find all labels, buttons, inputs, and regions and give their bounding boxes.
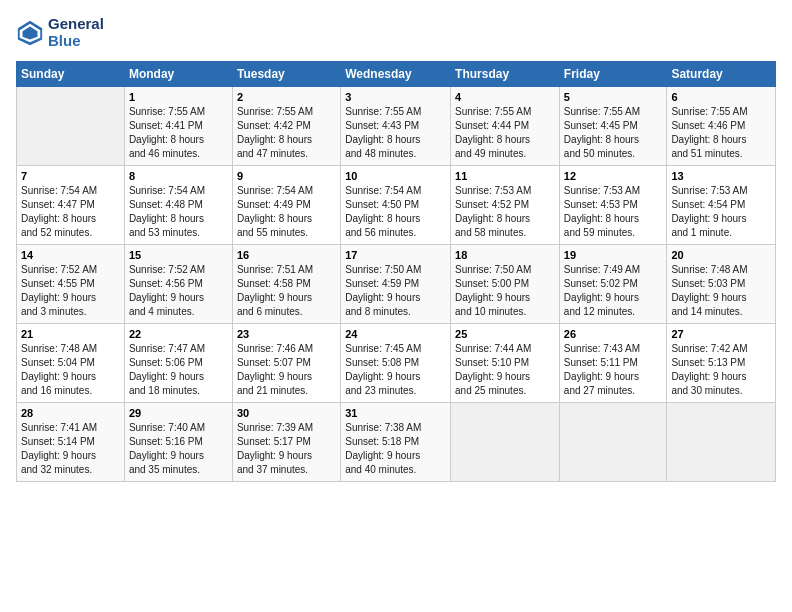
day-number: 18: [455, 249, 555, 261]
logo-text: General Blue: [48, 16, 104, 49]
day-info: Sunrise: 7:41 AMSunset: 5:14 PMDaylight:…: [21, 421, 120, 477]
day-number: 6: [671, 91, 771, 103]
day-info: Sunrise: 7:40 AMSunset: 5:16 PMDaylight:…: [129, 421, 228, 477]
day-info: Sunrise: 7:38 AMSunset: 5:18 PMDaylight:…: [345, 421, 446, 477]
day-info: Sunrise: 7:51 AMSunset: 4:58 PMDaylight:…: [237, 263, 336, 319]
day-info: Sunrise: 7:47 AMSunset: 5:06 PMDaylight:…: [129, 342, 228, 398]
day-number: 14: [21, 249, 120, 261]
day-info: Sunrise: 7:50 AMSunset: 5:00 PMDaylight:…: [455, 263, 555, 319]
day-info: Sunrise: 7:55 AMSunset: 4:46 PMDaylight:…: [671, 105, 771, 161]
day-info: Sunrise: 7:50 AMSunset: 4:59 PMDaylight:…: [345, 263, 446, 319]
day-number: 3: [345, 91, 446, 103]
calendar-cell: 9Sunrise: 7:54 AMSunset: 4:49 PMDaylight…: [232, 166, 340, 245]
calendar-cell: [17, 87, 125, 166]
day-number: 28: [21, 407, 120, 419]
calendar-cell: 21Sunrise: 7:48 AMSunset: 5:04 PMDayligh…: [17, 324, 125, 403]
day-number: 7: [21, 170, 120, 182]
calendar-cell: 13Sunrise: 7:53 AMSunset: 4:54 PMDayligh…: [667, 166, 776, 245]
day-info: Sunrise: 7:48 AMSunset: 5:03 PMDaylight:…: [671, 263, 771, 319]
day-number: 17: [345, 249, 446, 261]
day-number: 11: [455, 170, 555, 182]
day-number: 8: [129, 170, 228, 182]
header: General Blue: [16, 16, 776, 49]
day-info: Sunrise: 7:53 AMSunset: 4:53 PMDaylight:…: [564, 184, 663, 240]
day-info: Sunrise: 7:54 AMSunset: 4:49 PMDaylight:…: [237, 184, 336, 240]
calendar-week-5: 28Sunrise: 7:41 AMSunset: 5:14 PMDayligh…: [17, 403, 776, 482]
calendar-cell: 28Sunrise: 7:41 AMSunset: 5:14 PMDayligh…: [17, 403, 125, 482]
calendar-cell: 22Sunrise: 7:47 AMSunset: 5:06 PMDayligh…: [124, 324, 232, 403]
day-number: 9: [237, 170, 336, 182]
calendar-week-3: 14Sunrise: 7:52 AMSunset: 4:55 PMDayligh…: [17, 245, 776, 324]
day-info: Sunrise: 7:53 AMSunset: 4:54 PMDaylight:…: [671, 184, 771, 240]
day-info: Sunrise: 7:49 AMSunset: 5:02 PMDaylight:…: [564, 263, 663, 319]
calendar-week-1: 1Sunrise: 7:55 AMSunset: 4:41 PMDaylight…: [17, 87, 776, 166]
calendar-cell: 19Sunrise: 7:49 AMSunset: 5:02 PMDayligh…: [559, 245, 667, 324]
calendar-cell: 29Sunrise: 7:40 AMSunset: 5:16 PMDayligh…: [124, 403, 232, 482]
calendar-cell: 1Sunrise: 7:55 AMSunset: 4:41 PMDaylight…: [124, 87, 232, 166]
day-number: 2: [237, 91, 336, 103]
calendar-cell: [451, 403, 560, 482]
calendar-body: 1Sunrise: 7:55 AMSunset: 4:41 PMDaylight…: [17, 87, 776, 482]
calendar-cell: 7Sunrise: 7:54 AMSunset: 4:47 PMDaylight…: [17, 166, 125, 245]
day-info: Sunrise: 7:42 AMSunset: 5:13 PMDaylight:…: [671, 342, 771, 398]
calendar-cell: 8Sunrise: 7:54 AMSunset: 4:48 PMDaylight…: [124, 166, 232, 245]
calendar-cell: 26Sunrise: 7:43 AMSunset: 5:11 PMDayligh…: [559, 324, 667, 403]
calendar-cell: 5Sunrise: 7:55 AMSunset: 4:45 PMDaylight…: [559, 87, 667, 166]
day-number: 5: [564, 91, 663, 103]
day-number: 13: [671, 170, 771, 182]
day-info: Sunrise: 7:39 AMSunset: 5:17 PMDaylight:…: [237, 421, 336, 477]
calendar-cell: 16Sunrise: 7:51 AMSunset: 4:58 PMDayligh…: [232, 245, 340, 324]
day-number: 29: [129, 407, 228, 419]
calendar-cell: 2Sunrise: 7:55 AMSunset: 4:42 PMDaylight…: [232, 87, 340, 166]
calendar-cell: 23Sunrise: 7:46 AMSunset: 5:07 PMDayligh…: [232, 324, 340, 403]
day-number: 31: [345, 407, 446, 419]
calendar-cell: 10Sunrise: 7:54 AMSunset: 4:50 PMDayligh…: [341, 166, 451, 245]
day-header-saturday: Saturday: [667, 62, 776, 87]
calendar-cell: 18Sunrise: 7:50 AMSunset: 5:00 PMDayligh…: [451, 245, 560, 324]
calendar-cell: 20Sunrise: 7:48 AMSunset: 5:03 PMDayligh…: [667, 245, 776, 324]
logo-icon: [16, 19, 44, 47]
day-info: Sunrise: 7:52 AMSunset: 4:56 PMDaylight:…: [129, 263, 228, 319]
day-number: 4: [455, 91, 555, 103]
day-info: Sunrise: 7:45 AMSunset: 5:08 PMDaylight:…: [345, 342, 446, 398]
calendar-cell: 6Sunrise: 7:55 AMSunset: 4:46 PMDaylight…: [667, 87, 776, 166]
calendar-cell: 12Sunrise: 7:53 AMSunset: 4:53 PMDayligh…: [559, 166, 667, 245]
day-info: Sunrise: 7:54 AMSunset: 4:47 PMDaylight:…: [21, 184, 120, 240]
calendar-cell: 4Sunrise: 7:55 AMSunset: 4:44 PMDaylight…: [451, 87, 560, 166]
calendar-table: SundayMondayTuesdayWednesdayThursdayFrid…: [16, 61, 776, 482]
day-header-wednesday: Wednesday: [341, 62, 451, 87]
day-info: Sunrise: 7:55 AMSunset: 4:42 PMDaylight:…: [237, 105, 336, 161]
calendar-cell: [667, 403, 776, 482]
calendar-cell: 3Sunrise: 7:55 AMSunset: 4:43 PMDaylight…: [341, 87, 451, 166]
calendar-week-4: 21Sunrise: 7:48 AMSunset: 5:04 PMDayligh…: [17, 324, 776, 403]
calendar-cell: 15Sunrise: 7:52 AMSunset: 4:56 PMDayligh…: [124, 245, 232, 324]
day-info: Sunrise: 7:55 AMSunset: 4:43 PMDaylight:…: [345, 105, 446, 161]
day-info: Sunrise: 7:53 AMSunset: 4:52 PMDaylight:…: [455, 184, 555, 240]
day-number: 30: [237, 407, 336, 419]
day-number: 12: [564, 170, 663, 182]
day-info: Sunrise: 7:43 AMSunset: 5:11 PMDaylight:…: [564, 342, 663, 398]
day-header-sunday: Sunday: [17, 62, 125, 87]
day-number: 24: [345, 328, 446, 340]
day-header-monday: Monday: [124, 62, 232, 87]
day-header-thursday: Thursday: [451, 62, 560, 87]
day-number: 15: [129, 249, 228, 261]
calendar-cell: 31Sunrise: 7:38 AMSunset: 5:18 PMDayligh…: [341, 403, 451, 482]
day-info: Sunrise: 7:46 AMSunset: 5:07 PMDaylight:…: [237, 342, 336, 398]
day-info: Sunrise: 7:54 AMSunset: 4:50 PMDaylight:…: [345, 184, 446, 240]
day-info: Sunrise: 7:55 AMSunset: 4:45 PMDaylight:…: [564, 105, 663, 161]
day-number: 26: [564, 328, 663, 340]
day-header-tuesday: Tuesday: [232, 62, 340, 87]
calendar-cell: 27Sunrise: 7:42 AMSunset: 5:13 PMDayligh…: [667, 324, 776, 403]
calendar-cell: 11Sunrise: 7:53 AMSunset: 4:52 PMDayligh…: [451, 166, 560, 245]
day-info: Sunrise: 7:44 AMSunset: 5:10 PMDaylight:…: [455, 342, 555, 398]
day-number: 16: [237, 249, 336, 261]
calendar-cell: 14Sunrise: 7:52 AMSunset: 4:55 PMDayligh…: [17, 245, 125, 324]
day-number: 1: [129, 91, 228, 103]
day-info: Sunrise: 7:48 AMSunset: 5:04 PMDaylight:…: [21, 342, 120, 398]
day-number: 20: [671, 249, 771, 261]
day-number: 21: [21, 328, 120, 340]
day-info: Sunrise: 7:52 AMSunset: 4:55 PMDaylight:…: [21, 263, 120, 319]
day-info: Sunrise: 7:54 AMSunset: 4:48 PMDaylight:…: [129, 184, 228, 240]
calendar-cell: 17Sunrise: 7:50 AMSunset: 4:59 PMDayligh…: [341, 245, 451, 324]
